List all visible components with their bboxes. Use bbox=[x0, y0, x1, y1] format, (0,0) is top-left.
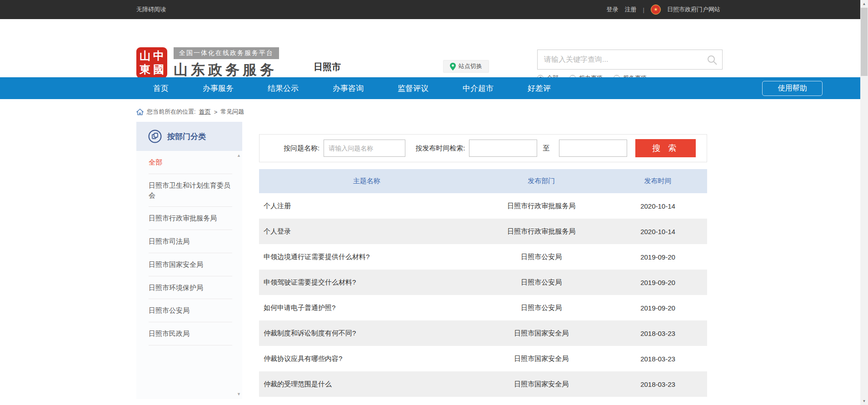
faq-date: 2018-03-23 bbox=[609, 380, 707, 388]
department-sidebar: 按部门分类 全部日照市卫生和计划生育委员会日照市行政审批服务局日照市司法局日照市… bbox=[136, 122, 242, 399]
breadcrumb: 您当前所在的位置: 首页 > 常见问题 bbox=[136, 105, 244, 118]
portal-link[interactable]: 日照市政府门户网站 bbox=[667, 5, 720, 14]
table-row: 如何申请电子普通护照?日照市公安局2019-09-20 bbox=[259, 295, 707, 320]
topbar-divider: | bbox=[643, 6, 644, 13]
search-icon[interactable] bbox=[707, 55, 718, 65]
column-header-title: 主题名称 bbox=[259, 177, 474, 185]
question-name-label: 按问题名称: bbox=[284, 144, 319, 153]
faq-dept: 日照市公安局 bbox=[474, 278, 609, 287]
faq-title-link[interactable]: 仲裁协议应具有哪些内容? bbox=[259, 355, 474, 363]
column-header-dept: 发布部门 bbox=[474, 177, 609, 185]
table-row: 个人登录日照市行政审批服务局2020-10-14 bbox=[259, 219, 707, 244]
logo[interactable]: 山 中 東 國 全国一体化在线政务服务平台 山东政务服务 bbox=[136, 47, 279, 80]
seal-char: 山 bbox=[139, 50, 151, 62]
brand-title: 山东政务服务 bbox=[174, 60, 279, 80]
table-row: 仲裁的受理范围是什么日照市国家安全局2018-03-23 bbox=[259, 371, 707, 397]
sidebar-item-7[interactable]: 日照市民政局 bbox=[149, 322, 232, 345]
faq-date: 2018-03-23 bbox=[609, 330, 707, 337]
sidebar-header: 按部门分类 bbox=[136, 122, 242, 151]
sidebar-item-0[interactable]: 全部 bbox=[149, 151, 232, 174]
category-icon bbox=[148, 130, 162, 143]
site-switch-label: 站点切换 bbox=[459, 62, 482, 70]
breadcrumb-prefix: 您当前所在的位置: bbox=[147, 108, 196, 116]
table-row: 个人注册日照市行政审批服务局2020-10-14 bbox=[259, 193, 707, 219]
site-switch-button[interactable]: 站点切换 bbox=[443, 60, 489, 73]
sidebar-item-1[interactable]: 日照市卫生和计划生育委员会 bbox=[149, 174, 232, 207]
sidebar-item-4[interactable]: 日照市国家安全局 bbox=[149, 253, 232, 276]
faq-dept: 日照市公安局 bbox=[474, 304, 609, 312]
sidebar-title: 按部门分类 bbox=[167, 131, 206, 142]
sidebar-item-3[interactable]: 日照市司法局 bbox=[149, 230, 232, 253]
table-row: 申领边境通行证需要提供什么材料?日照市公安局2019-09-20 bbox=[259, 244, 707, 270]
help-button[interactable]: 使用帮助 bbox=[762, 81, 823, 96]
faq-dept: 日照市国家安全局 bbox=[474, 329, 609, 338]
breadcrumb-current: 常见问题 bbox=[220, 108, 244, 116]
scrollbar-up-icon[interactable]: ▲ bbox=[860, 0, 868, 8]
faq-title-link[interactable]: 个人注册 bbox=[259, 202, 474, 210]
date-range-label: 按发布时间检索: bbox=[415, 144, 465, 153]
faq-main-panel: 按问题名称: 按发布时间检索: 至 搜 索 主题名称 发布部门 发布时间 个人注… bbox=[259, 134, 707, 397]
faq-date: 2018-03-23 bbox=[609, 355, 707, 363]
faq-title-link[interactable]: 个人登录 bbox=[259, 227, 474, 236]
table-header-row: 主题名称 发布部门 发布时间 bbox=[259, 169, 707, 193]
national-emblem-icon: ★ bbox=[651, 5, 661, 15]
faq-table: 主题名称 发布部门 发布时间 个人注册日照市行政审批服务局2020-10-14个… bbox=[259, 169, 707, 397]
breadcrumb-home-link[interactable]: 首页 bbox=[199, 108, 211, 116]
faq-date: 2020-10-14 bbox=[609, 202, 707, 210]
main-navigation: 首页办事服务结果公示办事咨询监督评议中介超市好差评 使用帮助 bbox=[0, 77, 868, 99]
login-link[interactable]: 登录 bbox=[607, 5, 619, 14]
seal-char: 中 bbox=[152, 50, 165, 62]
nav-item-0[interactable]: 首页 bbox=[153, 83, 169, 94]
home-icon bbox=[136, 109, 144, 115]
shandong-seal-icon: 山 中 東 國 bbox=[136, 47, 167, 78]
keyword-search-input[interactable] bbox=[538, 50, 722, 69]
sidebar-item-2[interactable]: 日照市行政审批服务局 bbox=[149, 207, 232, 230]
platform-badge: 全国一体化在线政务服务平台 bbox=[174, 47, 279, 59]
page-scrollbar[interactable]: ▲ ▼ bbox=[860, 0, 868, 405]
breadcrumb-separator: > bbox=[214, 109, 218, 115]
faq-dept: 日照市国家安全局 bbox=[474, 355, 609, 363]
faq-title-link[interactable]: 申领驾驶证需要提交什么材料? bbox=[259, 278, 474, 287]
top-utility-bar: 无障碍阅读 登录 注册 | ★ 日照市政府门户网站 bbox=[0, 0, 860, 19]
sidebar-item-6[interactable]: 日照市公安局 bbox=[149, 299, 232, 322]
faq-filter-form: 按问题名称: 按发布时间检索: 至 搜 索 bbox=[259, 134, 707, 162]
nav-item-2[interactable]: 结果公示 bbox=[268, 83, 299, 94]
nav-item-4[interactable]: 监督评议 bbox=[398, 83, 429, 94]
faq-date: 2019-09-20 bbox=[609, 253, 707, 261]
table-row: 仲裁协议应具有哪些内容?日照市国家安全局2018-03-23 bbox=[259, 346, 707, 371]
faq-date: 2020-10-14 bbox=[609, 228, 707, 235]
sidebar-scroll-down-icon[interactable]: ▼ bbox=[237, 392, 241, 396]
scrollbar-thumb[interactable] bbox=[861, 8, 868, 76]
faq-dept: 日照市公安局 bbox=[474, 253, 609, 261]
city-name: 日照市 bbox=[314, 61, 341, 73]
column-header-date: 发布时间 bbox=[609, 177, 707, 185]
table-row: 仲裁制度和诉讼制度有何不同?日照市国家安全局2018-03-23 bbox=[259, 320, 707, 346]
faq-title-link[interactable]: 仲裁的受理范围是什么 bbox=[259, 380, 474, 389]
filter-search-button[interactable]: 搜 索 bbox=[635, 139, 696, 157]
date-from-input[interactable] bbox=[469, 140, 537, 157]
scrollbar-down-icon[interactable]: ▼ bbox=[860, 397, 868, 405]
nav-item-5[interactable]: 中介超市 bbox=[463, 83, 494, 94]
faq-dept: 日照市行政审批服务局 bbox=[474, 202, 609, 210]
question-name-input[interactable] bbox=[324, 140, 405, 157]
register-link[interactable]: 注册 bbox=[625, 5, 637, 14]
faq-title-link[interactable]: 仲裁制度和诉讼制度有何不同? bbox=[259, 329, 474, 338]
date-to-input[interactable] bbox=[559, 140, 627, 157]
nav-item-3[interactable]: 办事咨询 bbox=[333, 83, 364, 94]
location-pin-icon bbox=[450, 63, 456, 70]
faq-dept: 日照市行政审批服务局 bbox=[474, 227, 609, 236]
table-row: 申领驾驶证需要提交什么材料?日照市公安局2019-09-20 bbox=[259, 270, 707, 295]
faq-title-link[interactable]: 如何申请电子普通护照? bbox=[259, 304, 474, 312]
site-header: 山 中 東 國 全国一体化在线政务服务平台 山东政务服务 日照市 站点切换 全部… bbox=[0, 19, 868, 77]
date-to-label: 至 bbox=[543, 144, 549, 153]
sidebar-scroll-up-icon[interactable]: ▲ bbox=[237, 154, 241, 158]
accessibility-link[interactable]: 无障碍阅读 bbox=[136, 5, 166, 14]
faq-title-link[interactable]: 申领边境通行证需要提供什么材料? bbox=[259, 253, 474, 261]
faq-dept: 日照市国家安全局 bbox=[474, 380, 609, 389]
nav-item-6[interactable]: 好差评 bbox=[528, 83, 551, 94]
keyword-search bbox=[537, 50, 723, 70]
seal-char: 東 bbox=[139, 63, 151, 76]
seal-char: 國 bbox=[152, 63, 165, 76]
nav-item-1[interactable]: 办事服务 bbox=[203, 83, 234, 94]
sidebar-item-5[interactable]: 日照市环境保护局 bbox=[149, 276, 232, 300]
